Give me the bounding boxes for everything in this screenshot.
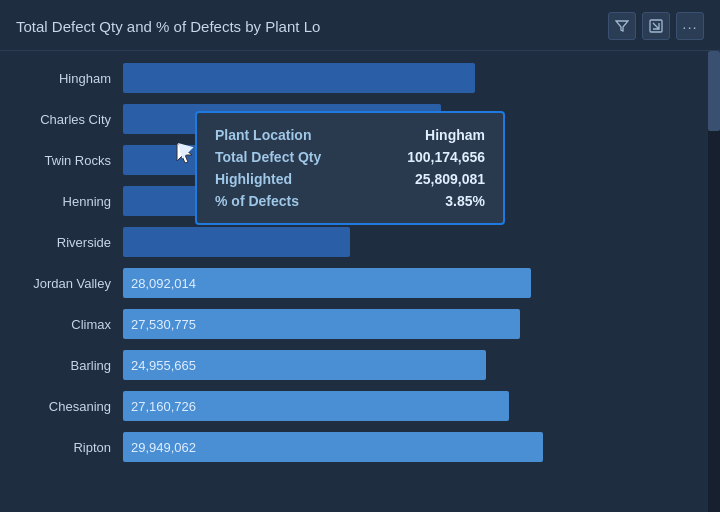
- tooltip-pct-row: % of Defects 3.85%: [215, 193, 485, 209]
- bar-value-label: 24,955,665: [131, 358, 196, 373]
- scrollbar-track[interactable]: [708, 51, 720, 512]
- bar-fill: 29,949,062: [123, 432, 543, 462]
- tooltip-highlighted-value: 25,809,081: [415, 171, 485, 187]
- tooltip-highlighted-label: Highlighted: [215, 171, 355, 187]
- tooltip-defect-row: Total Defect Qty 100,174,656: [215, 149, 485, 165]
- bar-fill: 28,092,014: [123, 268, 531, 298]
- filter-button[interactable]: [608, 12, 636, 40]
- tooltip-plant-label: Plant Location: [215, 127, 355, 143]
- table-row: Chesaning27,160,726: [8, 387, 690, 425]
- expand-button[interactable]: [642, 12, 670, 40]
- row-label: Charles City: [8, 112, 123, 127]
- header-icons: ···: [608, 12, 704, 40]
- row-label: Hingham: [8, 71, 123, 86]
- table-row: Climax27,530,775: [8, 305, 690, 343]
- bar-value-label: 29,949,062: [131, 440, 196, 455]
- tooltip-defect-label: Total Defect Qty: [215, 149, 355, 165]
- bar-track: 27,530,775: [123, 309, 690, 339]
- tooltip: Plant Location Hingham Total Defect Qty …: [195, 111, 505, 225]
- row-label: Climax: [8, 317, 123, 332]
- bar-fill: 24,955,665: [123, 350, 486, 380]
- row-label: Ripton: [8, 440, 123, 455]
- table-row: Barling24,955,665: [8, 346, 690, 384]
- bar-fill: [123, 227, 350, 257]
- chart-header: Total Defect Qty and % of Defects by Pla…: [0, 0, 720, 51]
- row-label: Barling: [8, 358, 123, 373]
- bar-track: 28,092,014: [123, 268, 690, 298]
- bar-value-label: 27,530,775: [131, 317, 196, 332]
- bar-fill: [123, 63, 475, 93]
- chart-title: Total Defect Qty and % of Defects by Pla…: [16, 18, 608, 35]
- row-label: Jordan Valley: [8, 276, 123, 291]
- svg-marker-1: [177, 143, 192, 163]
- tooltip-plant-row: Plant Location Hingham: [215, 127, 485, 143]
- table-row: Ripton29,949,062: [8, 428, 690, 466]
- table-row: Hingham: [8, 59, 690, 97]
- tooltip-pct-label: % of Defects: [215, 193, 355, 209]
- tooltip-highlighted-row: Highlighted 25,809,081: [215, 171, 485, 187]
- more-button[interactable]: ···: [676, 12, 704, 40]
- row-label: Chesaning: [8, 399, 123, 414]
- row-label: Twin Rocks: [8, 153, 123, 168]
- bar-fill: 27,530,775: [123, 309, 520, 339]
- tooltip-pct-value: 3.85%: [445, 193, 485, 209]
- row-label: Riverside: [8, 235, 123, 250]
- bar-fill: 27,160,726: [123, 391, 509, 421]
- row-label: Henning: [8, 194, 123, 209]
- tooltip-plant-value: Hingham: [425, 127, 485, 143]
- bar-track: [123, 227, 690, 257]
- bar-track: [123, 63, 690, 93]
- bar-track: 24,955,665: [123, 350, 690, 380]
- bar-value-label: 28,092,014: [131, 276, 196, 291]
- chart-container: Total Defect Qty and % of Defects by Pla…: [0, 0, 720, 512]
- table-row: Riverside: [8, 223, 690, 261]
- chart-body: HinghamCharles CityTwin RocksHenningRive…: [0, 51, 720, 512]
- bar-track: 29,949,062: [123, 432, 690, 462]
- tooltip-defect-value: 100,174,656: [407, 149, 485, 165]
- scrollbar-thumb[interactable]: [708, 51, 720, 131]
- bar-value-label: 27,160,726: [131, 399, 196, 414]
- table-row: Jordan Valley28,092,014: [8, 264, 690, 302]
- bar-track: 27,160,726: [123, 391, 690, 421]
